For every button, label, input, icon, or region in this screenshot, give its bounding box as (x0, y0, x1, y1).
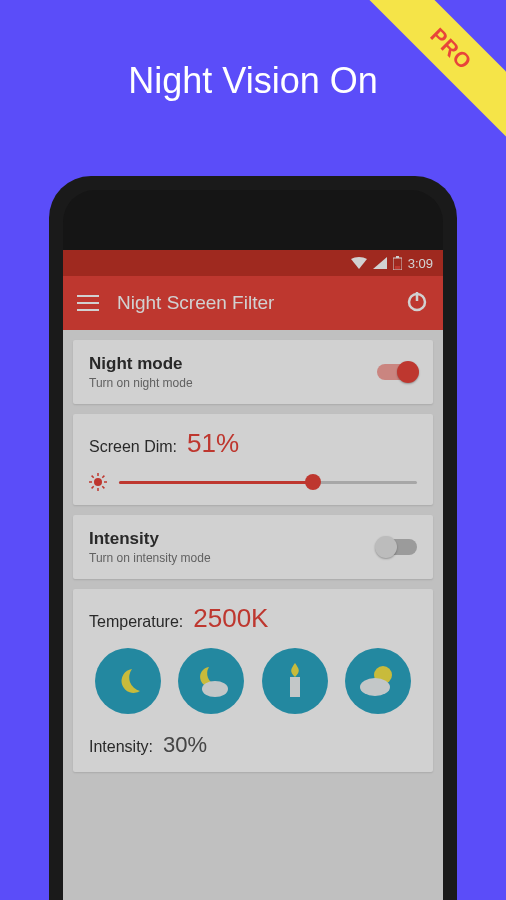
temperature-card: Temperature: 2500K (73, 589, 433, 772)
moon-icon[interactable] (95, 648, 161, 714)
night-mode-card: Night mode Turn on night mode (73, 340, 433, 404)
statusbar-time: 3:09 (408, 256, 433, 271)
intensity-label: Intensity: (89, 738, 153, 756)
pro-ribbon-text: PRO (425, 23, 476, 74)
signal-icon (373, 257, 387, 269)
brightness-icon (89, 473, 107, 491)
screen-dim-label: Screen Dim: (89, 438, 177, 456)
intensity-value: 30% (163, 732, 207, 758)
candle-icon[interactable] (262, 648, 328, 714)
intensity-toggle-card: Intensity Turn on intensity mode (73, 515, 433, 579)
app-title: Night Screen Filter (117, 292, 405, 314)
svg-line-10 (92, 476, 94, 478)
content-area: Night mode Turn on night mode Screen Dim… (63, 340, 443, 772)
power-button[interactable] (405, 289, 429, 317)
pro-ribbon: PRO (356, 0, 506, 150)
svg-line-12 (92, 486, 94, 488)
menu-icon[interactable] (77, 295, 99, 311)
intensity-toggle[interactable] (377, 539, 417, 555)
phone-frame: 3:09 Night Screen Filter Night mo (49, 176, 457, 900)
temperature-label: Temperature: (89, 613, 183, 631)
svg-rect-2 (395, 266, 400, 269)
temperature-value: 2500K (193, 603, 268, 634)
sun-cloud-icon[interactable] (345, 648, 411, 714)
svg-line-11 (102, 486, 104, 488)
intensity-subtitle: Turn on intensity mode (89, 551, 211, 565)
moon-cloud-icon[interactable] (178, 648, 244, 714)
svg-rect-1 (396, 256, 399, 258)
night-mode-title: Night mode (89, 354, 193, 374)
app-bar: Night Screen Filter (63, 276, 443, 330)
night-mode-toggle[interactable] (377, 364, 417, 380)
svg-point-5 (94, 478, 102, 486)
svg-line-13 (102, 476, 104, 478)
svg-point-17 (360, 678, 390, 696)
svg-point-14 (202, 681, 228, 697)
screen-dim-value: 51% (187, 428, 239, 459)
app-screen: 3:09 Night Screen Filter Night mo (63, 250, 443, 900)
status-bar: 3:09 (63, 250, 443, 276)
wifi-icon (351, 257, 367, 269)
battery-icon (393, 256, 402, 270)
screen-dim-card: Screen Dim: 51% (73, 414, 433, 505)
intensity-title: Intensity (89, 529, 211, 549)
screen-dim-slider[interactable] (119, 481, 417, 484)
night-mode-subtitle: Turn on night mode (89, 376, 193, 390)
svg-rect-15 (290, 677, 300, 697)
